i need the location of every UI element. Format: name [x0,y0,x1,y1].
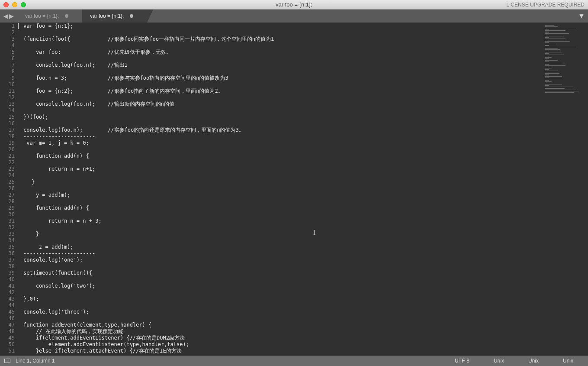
code-line: foo.n = 3; //形参与实参foo指向的内存空间里的n的值被改为3 [23,75,588,81]
code-line: console.log('three'); [23,309,588,315]
code-line: } [23,179,588,185]
code-content[interactable]: var foo = {n:1}; (function(foo){ //形参foo… [18,23,588,356]
code-line: console.log(foo.n); //实参foo的指向还是原来的内存空间，… [23,127,588,133]
line-number: 9 [0,75,15,81]
line-number: 6 [0,55,15,62]
code-line [23,107,588,114]
window-title: var foo = {n:1}; [0,1,588,8]
line-number: 36 [0,250,15,257]
code-line [23,302,588,309]
line-number: 21 [0,153,15,159]
code-line: y = add(m); [23,192,588,198]
line-number: 28 [0,198,15,205]
code-line [23,68,588,75]
code-line: element.addEventListener(type,handler,fa… [23,341,588,348]
text-caret [18,23,19,29]
line-number: 40 [0,276,15,283]
line-number: 12 [0,94,15,101]
line-number: 19 [0,140,15,146]
nav-back-icon[interactable]: ◀ [3,13,8,19]
tab-overflow-button[interactable]: ▼ [575,10,588,23]
line-number: 8 [0,68,15,75]
line-number: 7 [0,62,15,68]
tab-label: var foo = {n:1}; [25,13,59,19]
unsaved-indicator-icon [65,14,68,18]
line-number: 23 [0,166,15,172]
minimize-window-button[interactable] [12,2,17,7]
line-number: 37 [0,257,15,263]
code-line: var foo; //优先级低于形参，无效。 [23,49,588,55]
line-number: 38 [0,263,15,270]
code-line [23,172,588,179]
line-number: 22 [0,159,15,166]
line-number: 42 [0,289,15,296]
line-number: 50 [0,341,15,348]
line-number-gutter: 1234567891011121314151617181920212223242… [0,23,18,356]
zoom-window-button[interactable] [21,2,26,7]
code-line [23,146,588,153]
window-titlebar: var foo = {n:1}; LICENSE UPGRADE REQUIRE… [0,0,588,10]
code-line: z = add(m); [23,244,588,250]
line-number: 18 [0,133,15,140]
code-line: console.log(foo.n); //输出新的内存空间的n的值 [23,101,588,107]
tab-0[interactable]: var foo = {n:1}; [17,10,82,23]
code-line [23,211,588,218]
line-number: 34 [0,237,15,244]
nav-forward-icon[interactable]: ▶ [9,13,14,19]
code-line [23,185,588,192]
code-line [23,315,588,322]
line-number: 3 [0,36,15,42]
line-number: 13 [0,101,15,107]
code-line [23,276,588,283]
status-bar: Line 1, Column 1 UTF-8 Unix Unix Unix [0,356,588,366]
line-number: 1 [0,23,15,29]
line-number: 32 [0,224,15,231]
cursor-position[interactable]: Line 1, Column 1 [16,358,55,364]
code-line [23,42,588,49]
encoding-selector[interactable]: UTF-8 [444,358,480,364]
line-number: 39 [0,270,15,276]
line-endings-selector[interactable]: Unix [483,358,514,364]
code-line: }else if(element.attachEvent) {//存在的是IE的… [23,348,588,354]
nav-arrows: ◀ ▶ [0,10,17,23]
status-extra-1[interactable]: Unix [518,358,549,364]
line-number: 5 [0,49,15,55]
code-line: if(element.addEventListener) {//存在的是DOM2… [23,335,588,341]
line-number: 2 [0,29,15,36]
tab-1[interactable]: var foo = {n:1}; [82,10,147,23]
code-line: } [23,231,588,237]
line-number: 41 [0,283,15,289]
line-number: 35 [0,244,15,250]
line-number: 46 [0,315,15,322]
line-number: 4 [0,42,15,49]
code-line [23,29,588,36]
code-line [23,289,588,296]
code-line [23,94,588,101]
line-number: 30 [0,211,15,218]
line-number: 14 [0,107,15,114]
panel-switcher-icon[interactable] [4,359,10,363]
code-line [23,263,588,270]
close-window-button[interactable] [3,2,9,7]
editor-area[interactable]: 1234567891011121314151617181920212223242… [0,23,588,356]
line-number: 25 [0,179,15,185]
code-line [23,159,588,166]
line-number: 33 [0,231,15,237]
code-line: (function(foo){ //形参foo同实参foo一样指向同一片内存空间… [23,36,588,42]
code-line: // 在此输入你的代码，实现预定功能 [23,328,588,335]
status-extra-2[interactable]: Unix [553,358,584,364]
code-line: ----------------------- [23,250,588,257]
code-line [23,198,588,205]
code-line: ----------------------- [23,133,588,140]
code-line: foo = {n:2}; //形参foo指向了新的内存空间，里面n的值为2。 [23,88,588,94]
tab-label: var foo = {n:1}; [90,13,124,19]
code-line: function addEvent(element,type,handler) … [23,322,588,328]
line-number: 45 [0,309,15,315]
code-line: function add(n) { [23,153,588,159]
line-number: 15 [0,114,15,120]
code-line: console.log('two'); [23,283,588,289]
code-line: setTimeout(function(){ [23,270,588,276]
tab-bar: ◀ ▶ var foo = {n:1}; var foo = {n:1}; ▼ [0,10,588,23]
line-number: 43 [0,296,15,302]
line-number: 29 [0,205,15,211]
